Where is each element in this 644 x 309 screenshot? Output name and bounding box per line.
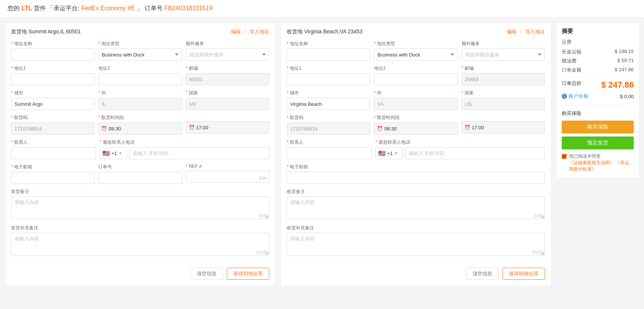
agreement-checkbox[interactable] — [562, 154, 567, 159]
receiver-country-input[interactable] — [462, 98, 545, 110]
sender-zip-label: 邮编 — [186, 65, 269, 72]
sender-pickup-code-group: 取货码 — [11, 115, 94, 135]
receiver-address2-input[interactable] — [374, 73, 457, 85]
receiver-save-button[interactable]: 保存到地址库 — [503, 268, 545, 280]
receiver-remarks-textarea[interactable] — [287, 196, 545, 219]
forms-area: 发货地 Summit Argo,IL 60501 编辑 | 导入地址 地址名称 … — [5, 22, 551, 286]
sender-address-type-select[interactable]: Business with DockResidential — [98, 49, 182, 61]
us-flag-icon-recv: 🇺🇸 — [378, 150, 386, 157]
receiver-email-label: 电子邮箱 — [287, 164, 545, 170]
receiver-import-link[interactable]: 导入地址 — [525, 28, 545, 35]
receiver-pickup-time-start-input[interactable] — [374, 122, 457, 135]
sender-pickup-time-start-input[interactable] — [98, 122, 182, 135]
sender-zip-group: 邮编 — [186, 65, 269, 85]
agreement-link-1[interactable]: 《运输索赔相关说明》 — [569, 160, 614, 165]
receiver-zip-group: 邮编 — [462, 65, 545, 85]
receiver-address-name-input[interactable] — [287, 49, 370, 61]
insurance-section: 购买保险 购买保险 预定发货 我已阅读并同意 《运输索赔相关说明》 《承运商赔付… — [562, 105, 634, 173]
summary-item-value-1: $ 59.71 — [617, 58, 634, 64]
sender-address1-input[interactable] — [11, 73, 94, 85]
receiver-row-8: 收货补充备注 0/100 — [287, 225, 545, 257]
receiver-phone-country-selector[interactable]: 🇺🇸 +1 ▼ — [375, 147, 403, 159]
receiver-city-group: 城市 — [287, 90, 370, 110]
receiver-address-name-label: 地址名称 — [287, 41, 370, 47]
sender-remarks-count: 0/30 — [259, 213, 267, 218]
receiver-extra-remarks-group: 收货补充备注 0/100 — [287, 225, 545, 257]
receiver-row-6: 电子邮箱 — [287, 164, 545, 184]
sender-city-input[interactable] — [11, 98, 94, 110]
sender-phone-country-selector[interactable]: 🇺🇸 +1 ▼ — [100, 147, 127, 159]
receiver-address-type-group: 地址类型 Business with DockResidential — [374, 41, 457, 61]
summary-total-row: 订单总价 $ 247.86 — [562, 80, 634, 90]
sender-orderno-group: 订单号 — [98, 164, 182, 184]
sender-address2-input[interactable] — [98, 73, 182, 85]
header-prefix: 您的 — [8, 5, 20, 11]
sender-email-input[interactable] — [11, 172, 94, 184]
sender-row-3: 城市 州 国家 — [11, 90, 269, 110]
sender-title: 发货地 Summit Argo,IL 60501 — [11, 28, 81, 35]
receiver-address1-group: 地址1 — [287, 65, 370, 85]
receiver-contact-input[interactable] — [287, 147, 372, 159]
sender-address-type-label: 地址类型 — [98, 41, 182, 47]
receiver-pickup-code-label: 取货码 — [287, 115, 370, 121]
insurance-button[interactable]: 购买保险 — [562, 121, 634, 133]
sender-edit-link[interactable]: 编辑 — [231, 28, 241, 35]
receiver-address2-label: 地址2 — [374, 65, 457, 72]
receiver-address-type-select[interactable]: Business with DockResidential — [374, 49, 457, 61]
chevron-down-icon: ▼ — [119, 151, 123, 155]
sender-address-name-label: 地址名称 — [11, 41, 94, 47]
sender-orderno-input[interactable] — [98, 172, 182, 184]
receiver-phone-input[interactable] — [405, 147, 545, 159]
receiver-address1-input[interactable] — [287, 73, 370, 85]
receiver-city-input[interactable] — [287, 98, 370, 110]
sender-clear-button[interactable]: 清空信息 — [190, 268, 223, 280]
receiver-edit-link[interactable]: 编辑 — [507, 28, 517, 35]
sender-extra-service-select[interactable]: 请选择额外服务 — [186, 49, 269, 61]
receiver-pickup-time-label: 取货时间段 — [374, 115, 457, 121]
summary-panel: 摘要 运费 长途运输 $ 188.15 燃油费 $ 59.71 订单金额 $ 2… — [556, 22, 639, 178]
sender-phone-country-code: +1 — [112, 151, 117, 156]
sender-ref-label: REF # — [186, 164, 269, 169]
sender-remarks-label: 发货备注 — [11, 188, 269, 195]
sender-state-input[interactable] — [98, 98, 182, 110]
receiver-remarks-label: 收货备注 — [287, 188, 545, 195]
sender-row-5: 联系人 紧急联系人电话 🇺🇸 +1 ▼ — [11, 139, 269, 159]
sender-zip-input[interactable] — [186, 73, 269, 85]
receiver-state-input[interactable] — [374, 98, 457, 110]
sender-import-link[interactable]: 导入地址 — [250, 28, 269, 35]
sender-contact-input[interactable] — [11, 147, 96, 159]
sender-country-input[interactable] — [186, 98, 269, 110]
sender-ref-input[interactable] — [186, 171, 269, 183]
receiver-extra-remarks-textarea[interactable] — [287, 233, 545, 256]
header-suffix: 」 订单号 — [137, 5, 162, 11]
sender-country-group: 国家 — [186, 90, 269, 110]
sender-pickup-time-end-wrapper: ⏰ — [186, 121, 269, 133]
receiver-row-5: 联系人 紧急联系人电话 🇺🇸 +1 ▼ — [287, 139, 545, 159]
receiver-pickup-code-input[interactable] — [287, 122, 370, 135]
receiver-clear-button[interactable]: 清空信息 — [466, 268, 499, 280]
chevron-down-icon-recv: ▼ — [394, 151, 398, 155]
receiver-panel-footer: 清空信息 保存到地址库 — [287, 263, 545, 280]
sender-phone-input[interactable] — [129, 147, 269, 159]
page-header: 您的 LTL 货件 「承运平台: FedEx Economy #E 」 订单号 … — [0, 0, 644, 17]
agreement-content: 我已阅读并同意 《运输索赔相关说明》 《承运商赔付标准》 — [569, 153, 634, 173]
receiver-phone-country-code: +1 — [387, 151, 393, 156]
sender-save-button[interactable]: 保存到地址库 — [227, 268, 269, 280]
sender-extra-service-label: 额外服务 — [186, 41, 269, 47]
sender-remarks-textarea[interactable] — [11, 196, 269, 219]
receiver-zip-input[interactable] — [462, 73, 545, 85]
receiver-email-input[interactable] — [287, 172, 545, 184]
dispatch-button[interactable]: 预定发货 — [562, 136, 634, 149]
sender-extra-remarks-textarea[interactable] — [11, 233, 269, 256]
insurance-title: 购买保险 — [562, 110, 634, 117]
sender-address-name-input[interactable] — [11, 49, 94, 61]
receiver-pickup-time-end-input[interactable] — [462, 121, 545, 133]
sender-pickup-code-input[interactable] — [11, 122, 94, 135]
sender-country-label: 国家 — [186, 90, 269, 96]
sender-pickup-time-end-input[interactable] — [186, 121, 269, 133]
receiver-extra-service-select[interactable]: 请选择额外服务 — [462, 49, 545, 61]
sender-row-1: 地址名称 地址类型 Business with DockResidential … — [11, 41, 269, 61]
sender-ref-wrapper: 0/30 — [186, 171, 269, 183]
receiver-extra-service-group: 额外服务 请选择额外服务 — [462, 41, 545, 61]
sender-address1-group: 地址1 — [11, 65, 94, 85]
